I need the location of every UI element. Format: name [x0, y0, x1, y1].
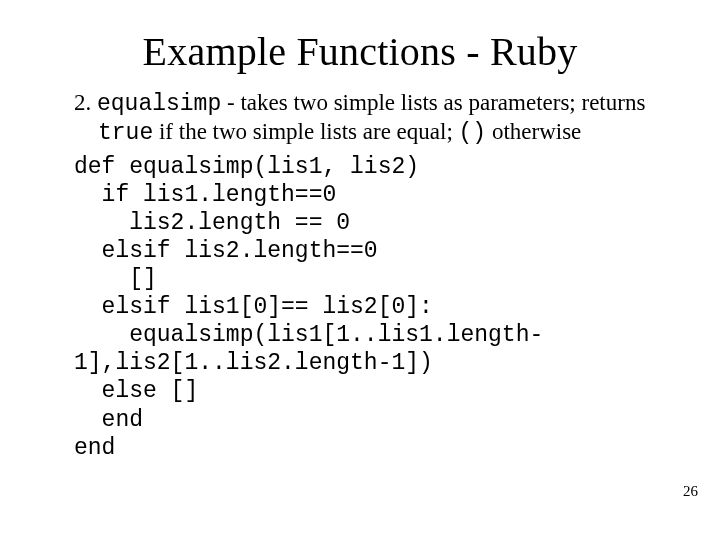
function-description: 2. equalsimp - takes two simple lists as… — [60, 89, 660, 147]
desc-text-1: - takes two simple lists as parameters; … — [221, 90, 645, 115]
code-line: else [] — [74, 378, 198, 404]
code-line: equalsimp(lis1[1..lis1.length- — [74, 322, 543, 348]
code-line: def equalsimp(lis1, lis2) — [74, 154, 419, 180]
literal-true: true — [98, 120, 153, 146]
code-block: def equalsimp(lis1, lis2) if lis1.length… — [60, 153, 660, 462]
desc-text-2: if the two simple lists are equal; — [153, 119, 458, 144]
slide-body: 2. equalsimp - takes two simple lists as… — [60, 89, 660, 462]
desc-text-3: otherwise — [486, 119, 581, 144]
slide: Example Functions - Ruby 2. equalsimp - … — [0, 0, 720, 540]
literal-unit: () — [459, 120, 487, 146]
slide-title: Example Functions - Ruby — [60, 28, 660, 75]
code-line: end — [74, 407, 143, 433]
code-line: end — [74, 435, 115, 461]
code-line: [] — [74, 266, 157, 292]
code-line: elsif lis2.length==0 — [74, 238, 378, 264]
code-line: if lis1.length==0 — [74, 182, 336, 208]
code-line: lis2.length == 0 — [74, 210, 350, 236]
code-line: elsif lis1[0]== lis2[0]: — [74, 294, 433, 320]
page-number: 26 — [683, 483, 698, 500]
function-name: equalsimp — [97, 91, 221, 117]
item-number: 2. — [74, 90, 91, 115]
code-line: 1],lis2[1..lis2.length-1]) — [74, 350, 433, 376]
